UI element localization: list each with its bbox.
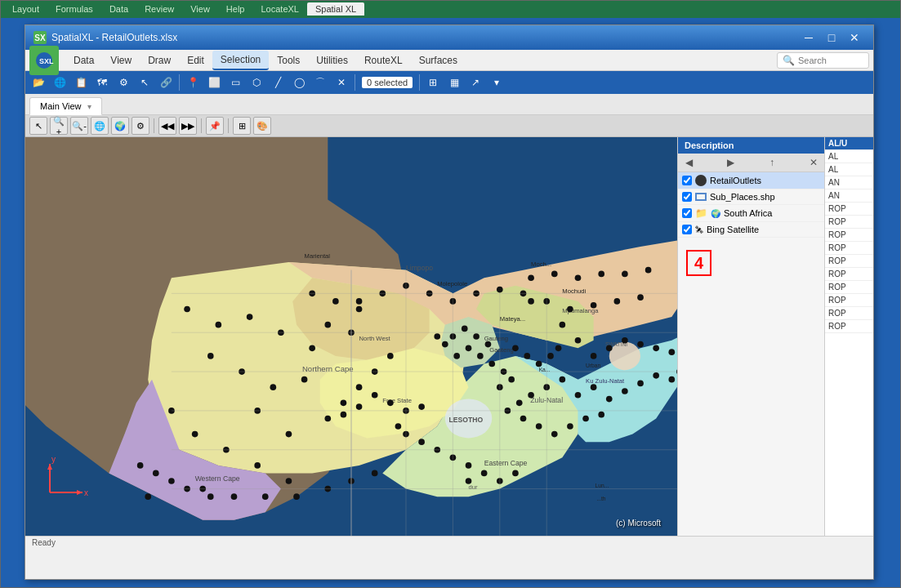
cursor-tool[interactable]: ↖	[29, 117, 47, 135]
layer-bingsatellite[interactable]: 🛰 Bing Satellite	[678, 222, 824, 238]
svg-point-62	[293, 493, 300, 500]
draw-poly[interactable]: ⬡	[247, 73, 266, 92]
svg-point-103	[637, 381, 644, 387]
svg-point-150	[524, 353, 530, 359]
svg-text:Molepolole: Molepolole	[437, 280, 467, 287]
menu-utilities[interactable]: Utilities	[308, 51, 356, 69]
settings-tool[interactable]: ⚙	[132, 117, 149, 135]
draw-circle[interactable]: ◯	[289, 73, 309, 92]
prev-tool[interactable]: ◀◀	[158, 117, 176, 135]
svg-point-51	[356, 384, 363, 390]
layer-retailoutlets-checkbox[interactable]	[682, 176, 692, 185]
menu-routexl[interactable]: RouteXL	[356, 51, 411, 69]
menu-draw[interactable]: Draw	[140, 51, 179, 69]
svg-text:Eastern Cape: Eastern Cape	[484, 459, 528, 467]
svg-point-112	[536, 423, 542, 430]
right-list-item-12: ROP	[825, 294, 873, 307]
close-button[interactable]: ✕	[844, 29, 865, 46]
menu-surfaces[interactable]: Surfaces	[411, 51, 466, 69]
svg-text:Mariental: Mariental	[305, 252, 331, 260]
svg-point-129	[207, 493, 214, 500]
menu-view[interactable]: View	[102, 51, 140, 69]
svg-point-108	[528, 392, 534, 399]
globe-view-tool[interactable]: 🌐	[91, 117, 109, 135]
maximize-button[interactable]: □	[821, 29, 842, 46]
svg-point-113	[551, 431, 558, 438]
table-button[interactable]: ⊞	[423, 73, 443, 92]
zoom-in-tool[interactable]: 🔍+	[50, 117, 68, 135]
pin-tool[interactable]: 📌	[206, 117, 224, 135]
layer-bingsatellite-checkbox[interactable]	[682, 225, 692, 234]
excel-tab-bar: Layout Formulas Data Review View Help Lo…	[0, 0, 901, 18]
svg-point-139	[528, 298, 534, 305]
select-button[interactable]: ⬜	[204, 73, 224, 92]
zoom-out-tool[interactable]: 🔍-	[70, 117, 88, 135]
maptool-sep-2	[201, 118, 202, 133]
layer-subplaces-checkbox[interactable]	[682, 192, 692, 202]
tab-close-button[interactable]: ▾	[87, 102, 91, 111]
export-button[interactable]: ↗	[466, 73, 485, 92]
menu-selection[interactable]: Selection	[212, 51, 269, 70]
cursor-button[interactable]: ↖	[135, 73, 154, 92]
nav-back[interactable]: ◀	[681, 155, 696, 170]
coord-display: Ready	[32, 538, 56, 547]
tab-data[interactable]: Data	[101, 2, 136, 16]
svg-text:North West: North West	[359, 335, 391, 342]
next-tool[interactable]: ▶▶	[179, 117, 197, 135]
link-button[interactable]: 🔗	[156, 73, 176, 92]
config-button[interactable]: ⚙	[114, 73, 133, 92]
draw-rect[interactable]: ▭	[225, 73, 245, 92]
svg-point-105	[668, 376, 675, 383]
search-input[interactable]	[798, 56, 863, 65]
pin-button[interactable]: 📍	[183, 73, 203, 92]
map-button[interactable]: 🗺	[92, 73, 112, 92]
open-button[interactable]: 📂	[29, 73, 48, 92]
right-list-item-14: ROP	[825, 320, 873, 333]
erase-button[interactable]: ✕	[332, 73, 351, 92]
ribbon-menu: SXL Data View Draw Edit Selection Tools …	[25, 50, 873, 71]
tab-formulas[interactable]: Formulas	[47, 2, 101, 16]
menu-data[interactable]: Data	[65, 51, 102, 69]
grid-tool[interactable]: ⊞	[233, 117, 251, 135]
nav-forward[interactable]: ▶	[723, 155, 738, 170]
right-list-header: AL/U	[825, 137, 873, 150]
layer-southafrica[interactable]: 📁 🌍 South Africa	[678, 205, 824, 222]
dropdown-button[interactable]: ▾	[487, 73, 506, 92]
svg-text:Northern Cape: Northern Cape	[302, 364, 354, 373]
menu-tools[interactable]: Tools	[269, 51, 308, 69]
tab-spatialxl[interactable]: Spatial XL	[307, 2, 364, 16]
draw-line[interactable]: ╱	[268, 73, 288, 92]
menu-edit[interactable]: Edit	[179, 51, 212, 69]
layer-retailoutlets[interactable]: RetailOutlets	[678, 172, 824, 189]
tab-locatexl[interactable]: LocateXL	[252, 2, 306, 16]
nav-up[interactable]: ↑	[765, 155, 779, 170]
layers-button[interactable]: 📋	[71, 73, 91, 92]
svg-point-115	[582, 416, 589, 422]
lasso-button[interactable]: ⌒	[310, 73, 330, 92]
main-view-tab[interactable]: Main View ▾	[29, 97, 102, 115]
svg-point-43	[207, 353, 214, 359]
tab-help[interactable]: Help	[218, 2, 253, 16]
tab-review[interactable]: Review	[136, 2, 182, 16]
svg-point-95	[598, 271, 604, 278]
minimize-button[interactable]: ─	[798, 29, 819, 46]
svg-point-116	[598, 412, 604, 418]
layer-southafrica-checkbox[interactable]	[682, 208, 692, 218]
svg-point-143	[606, 345, 613, 352]
zoom-region-tool[interactable]: 🌍	[111, 117, 129, 135]
grid-button[interactable]: ▦	[444, 73, 464, 92]
tab-view[interactable]: View	[182, 2, 218, 16]
tab-layout[interactable]: Layout	[4, 2, 47, 16]
map-area[interactable]: LESOTHO SWATINI Northern Cape Zulu-Natal…	[25, 137, 677, 536]
palette-tool[interactable]: 🎨	[253, 117, 271, 135]
svg-point-146	[653, 345, 659, 352]
southafrica-folder-icon: 📁	[695, 207, 707, 219]
svg-point-137	[356, 403, 363, 410]
svg-point-151	[536, 361, 542, 368]
layer-subplaces[interactable]: Sub_Places.shp	[678, 189, 824, 205]
bingsatellite-icon: 🛰	[695, 225, 703, 234]
svg-point-48	[286, 431, 292, 438]
nav-close[interactable]: ✕	[806, 155, 821, 170]
globe-button[interactable]: 🌐	[50, 73, 69, 92]
search-box[interactable]: 🔍	[777, 52, 869, 69]
